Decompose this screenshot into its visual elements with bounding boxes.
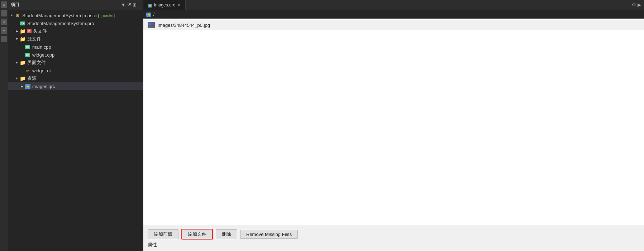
tree-item-header-folder[interactable]: ▶ 📁 h 头文件 bbox=[8, 27, 143, 35]
tab-images-qrc[interactable]: 🔒 images.qrc ✕ bbox=[143, 0, 186, 10]
chevron-icon: ▶ bbox=[19, 84, 24, 89]
tree-item-main-cpp[interactable]: ▶ C+ main.cpp bbox=[8, 43, 143, 51]
ui-folder-icon: 📁 bbox=[19, 60, 26, 66]
images-qrc-label: images.qrc bbox=[32, 84, 55, 89]
panel-icon-3[interactable]: ⊞ bbox=[133, 2, 137, 8]
tab-label: images.qrc bbox=[154, 3, 175, 8]
qrc-path-icon: 🔒 bbox=[146, 11, 151, 17]
add-prefix-button[interactable]: 添加前缀 bbox=[148, 229, 178, 239]
activity-bar-item[interactable]: + bbox=[1, 27, 7, 34]
path-bar: 🔒 / bbox=[143, 10, 644, 19]
header-folder-icon: 📁 bbox=[19, 28, 26, 34]
delete-button[interactable]: 删除 bbox=[216, 229, 237, 239]
tree-item-widget-cpp[interactable]: ▶ C+ widget.cpp bbox=[8, 51, 143, 59]
main-cpp-label: main.cpp bbox=[32, 44, 51, 50]
chevron-icon: ▼ bbox=[14, 37, 19, 42]
toolbar-icon-next[interactable]: ▶ bbox=[638, 2, 641, 8]
tree-item-widget-ui[interactable]: ▶ ✏ widget.ui bbox=[8, 67, 143, 74]
src-folder-icon: 📁 bbox=[19, 36, 26, 42]
pro-file-label: StudentManagementSystem.pro bbox=[27, 21, 94, 26]
tree-item-images-qrc[interactable]: ▶ 🔒 images.qrc bbox=[8, 82, 143, 90]
bottom-toolbar: 添加前缀 添加文件 删除 Remove Missing Files 属性 bbox=[143, 226, 644, 251]
activity-bar-item[interactable]: ↓ bbox=[1, 36, 7, 42]
cpp-file-icon: C+ bbox=[24, 52, 31, 58]
project-panel-header: 项目 ▼ ↺ ⊞ ↓ bbox=[8, 0, 143, 10]
svg-rect-1 bbox=[148, 23, 151, 25]
file-thumbnail bbox=[148, 22, 155, 28]
chevron-icon: ▶ bbox=[14, 29, 19, 34]
tree-item-ui-folder[interactable]: ▼ 📁 界面文件 bbox=[8, 59, 143, 67]
pro-file-icon: C+ bbox=[19, 20, 26, 26]
panel-icon-2[interactable]: ↺ bbox=[127, 2, 131, 8]
path-separator: / bbox=[153, 12, 154, 17]
panel-icon-1[interactable]: ▼ bbox=[121, 2, 126, 8]
root-folder-icon: ⚙ bbox=[14, 13, 21, 18]
h-badge: h bbox=[27, 29, 32, 33]
activity-bar: ≡ ⟩ ↺ + ↓ bbox=[0, 0, 8, 251]
tab-bar: 🔒 images.qrc ✕ ⚙ ▶ bbox=[143, 0, 644, 10]
panel-icon-4[interactable]: ↓ bbox=[138, 2, 140, 8]
res-folder-label: 资源 bbox=[27, 75, 37, 82]
properties-label: 属性 bbox=[148, 242, 640, 248]
cpp-file-icon: C+ bbox=[24, 44, 31, 50]
file-list-item[interactable]: images/34844544_p0.jpg bbox=[143, 20, 644, 30]
tab-close-icon[interactable]: ✕ bbox=[177, 3, 181, 8]
chevron-icon: ▼ bbox=[9, 13, 14, 18]
tab-icon: 🔒 bbox=[148, 3, 152, 8]
project-panel: 项目 ▼ ↺ ⊞ ↓ ▼ ⚙ StudentManagementSystem [… bbox=[8, 0, 143, 251]
main-content: 🔒 images.qrc ✕ ⚙ ▶ 🔒 / bbox=[143, 0, 644, 251]
branch-label: [master] bbox=[101, 13, 115, 18]
activity-bar-item[interactable]: ≡ bbox=[1, 1, 7, 8]
file-name-label: images/34844544_p0.jpg bbox=[158, 23, 210, 28]
tree-item-root[interactable]: ▼ ⚙ StudentManagementSystem [master] [ma… bbox=[8, 11, 143, 19]
file-list-area: images/34844544_p0.jpg bbox=[143, 19, 644, 226]
add-file-button[interactable]: 添加文件 bbox=[181, 229, 213, 240]
activity-bar-item[interactable]: ↺ bbox=[1, 19, 7, 25]
remove-missing-files-button[interactable]: Remove Missing Files bbox=[240, 230, 298, 239]
panel-title: 项目 bbox=[11, 2, 19, 8]
root-label: StudentManagementSystem [master] bbox=[22, 13, 99, 18]
tree-item-pro[interactable]: ▶ C+ StudentManagementSystem.pro bbox=[8, 19, 143, 27]
src-folder-label: 源文件 bbox=[27, 36, 41, 42]
qrc-file-icon: 🔒 bbox=[24, 83, 31, 89]
tree-item-src-folder[interactable]: ▼ 📁 源文件 bbox=[8, 35, 143, 43]
toolbar-icon-prev[interactable]: ⚙ bbox=[632, 2, 636, 8]
chevron-icon: ▼ bbox=[14, 60, 19, 65]
toolbar-buttons: 添加前缀 添加文件 删除 Remove Missing Files bbox=[148, 229, 640, 240]
tree-item-res-folder[interactable]: ▼ 📁 资源 bbox=[8, 74, 143, 82]
activity-bar-item[interactable]: ⟩ bbox=[1, 10, 7, 16]
res-folder-icon: 📁 bbox=[19, 76, 26, 81]
widget-ui-label: widget.ui bbox=[32, 68, 51, 73]
ui-file-icon: ✏ bbox=[24, 68, 31, 73]
widget-cpp-label: widget.cpp bbox=[32, 52, 54, 58]
chevron-icon: ▼ bbox=[14, 76, 19, 81]
header-folder-label: 头文件 bbox=[33, 28, 47, 34]
ui-folder-label: 界面文件 bbox=[27, 59, 46, 66]
project-tree: ▼ ⚙ StudentManagementSystem [master] [ma… bbox=[8, 10, 143, 251]
